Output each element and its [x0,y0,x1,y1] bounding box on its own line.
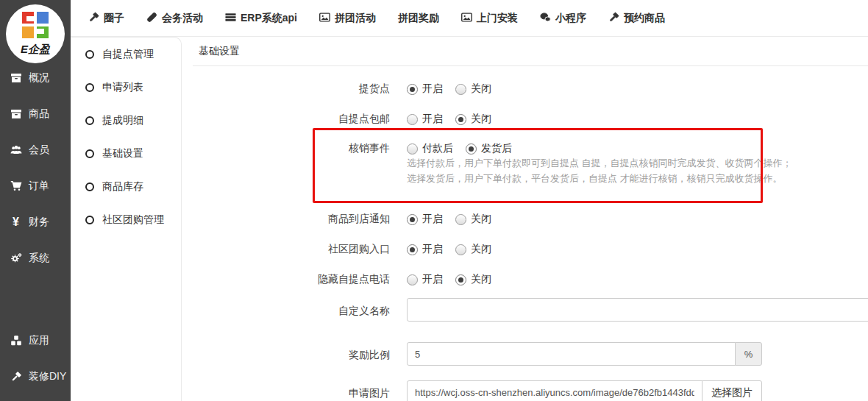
submenu-item-basic-settings[interactable]: 基础设置 [71,137,181,170]
field-label: 核销事件 [182,142,390,155]
radio-label[interactable]: 开启 [422,243,443,256]
radio-icon[interactable] [455,244,466,255]
nav-item-conference[interactable]: 会务活动 [146,12,203,25]
sidebar-item-overview[interactable]: 概况 [0,60,71,96]
circle-icon [85,83,94,92]
radio-label[interactable]: 发货后 [481,142,512,155]
users-icon [7,144,24,156]
nav-item-label: 预约商品 [624,12,665,25]
radio-label[interactable]: 关闭 [471,113,491,126]
radio-icon[interactable] [407,274,418,285]
radio-option-after-payment[interactable]: 付款后 [407,142,453,155]
radio-label[interactable]: 付款后 [422,142,453,155]
form-row-reward-ratio: 奖励比例 % [182,342,762,366]
submenu-item-label: 社区团购管理 [102,213,164,227]
reward-ratio-input[interactable] [407,342,736,366]
submenu-item-community-group-manage[interactable]: 社区团购管理 [71,203,181,236]
radio-label[interactable]: 关闭 [471,82,491,96]
percent-addon: % [735,342,762,366]
gavel-icon [88,12,99,25]
form-row-community-entry: 社区团购入口 开启 关闭 [182,242,491,257]
sidebar-item-finance[interactable]: ¥ 财务 [0,204,71,240]
primary-sidebar: E企盈 概况 商品 会员 订单 ¥ 财务 [0,0,71,401]
radio-option-on[interactable]: 开启 [407,82,443,96]
nav-item-booking-product[interactable]: 预约商品 [608,12,665,25]
radio-option-off[interactable]: 关闭 [455,273,491,286]
image-icon [461,12,472,25]
sidebar-item-system[interactable]: 系统 [0,240,71,276]
list-icon [225,12,236,25]
radio-icon[interactable] [407,114,418,125]
radio-icon[interactable] [407,143,418,155]
radio-label[interactable]: 开启 [422,213,443,226]
radio-option-on[interactable]: 开启 [407,273,443,286]
radio-option-off[interactable]: 关闭 [455,213,491,226]
radio-label[interactable]: 开启 [422,273,443,286]
radio-icon[interactable] [407,214,418,225]
sidebar-item-label: 财务 [29,216,49,229]
radio-option-off[interactable]: 关闭 [455,82,491,96]
radio-label[interactable]: 开启 [422,82,443,96]
sidebar-item-decorate-diy[interactable]: 装修DIY [0,358,71,394]
nav-item-group-reward[interactable]: 拼团奖励 [398,12,439,25]
nav-item-mini-program[interactable]: 小程序 [540,12,586,25]
radio-option-off[interactable]: 关闭 [455,243,491,256]
radio-icon[interactable] [466,143,477,155]
radio-option-on[interactable]: 开启 [407,113,443,126]
sidebar-item-label: 订单 [29,180,49,193]
link-icon [146,12,157,25]
nav-item-label: 会务活动 [162,12,203,25]
radio-option-on[interactable]: 开启 [407,213,443,226]
radio-icon[interactable] [455,214,466,225]
field-label: 隐藏自提点电话 [182,273,390,286]
radio-label[interactable]: 关闭 [471,213,491,226]
radio-icon[interactable] [455,274,466,285]
radio-option-on[interactable]: 开启 [407,243,443,256]
cogs-icon [7,252,24,264]
radio-icon[interactable] [407,244,418,255]
form-row-pickup-point: 提货点 开启 关闭 [182,82,491,96]
app-logo: E企盈 [6,4,65,63]
sidebar-item-members[interactable]: 会员 [0,132,71,168]
apply-image-url-input[interactable] [407,380,702,401]
sidebar-item-products[interactable]: 商品 [0,96,71,132]
radio-icon[interactable] [455,84,466,95]
yen-icon: ¥ [7,216,24,229]
radio-option-off[interactable]: 关闭 [455,113,491,126]
help-line-1: 选择付款后，用户下单付款即可到自提点 自提，自提点核销同时完成发货、收货两个操作… [407,155,792,171]
submenu-item-apply-list[interactable]: 申请列表 [71,71,181,104]
brand-name: E企盈 [6,43,65,57]
nav-item-home-install[interactable]: 上门安装 [461,12,518,25]
nav-item-group-activity[interactable]: 拼团活动 [319,12,376,25]
gavel-icon [608,12,619,25]
sidebar-item-apps[interactable]: 应用 [0,322,71,358]
cart-icon [7,180,24,192]
submenu-item-commission-detail[interactable]: 提成明细 [71,104,181,137]
radio-option-after-shipment[interactable]: 发货后 [466,142,512,155]
nav-item-label: ERP系统api [241,12,297,25]
field-label: 提货点 [182,82,390,96]
radio-label[interactable]: 关闭 [471,243,491,256]
choose-image-button[interactable]: 选择图片 [702,380,762,401]
submenu-item-label: 商品库存 [102,180,143,194]
radio-label[interactable]: 开启 [422,113,443,126]
chat-bubbles-icon [540,12,551,25]
radio-label[interactable]: 关闭 [471,273,491,286]
custom-name-input[interactable] [407,298,868,322]
form-row-arrival-notice: 商品到店通知 开启 关闭 [182,212,491,227]
submenu-item-product-stock[interactable]: 商品库存 [71,170,181,203]
field-label: 商品到店通知 [182,213,390,226]
field-label: 申请图片 [182,380,390,400]
field-label: 自定义名称 [182,298,390,318]
nav-item-label: 小程序 [555,12,586,25]
secondary-sidebar: 自提点管理 申请列表 提成明细 基础设置 商品库存 社区团购管理 [71,37,182,401]
submenu-item-pickup-point-manage[interactable]: 自提点管理 [71,38,181,71]
field-label: 社区团购入口 [182,243,390,256]
nav-item-circle[interactable]: 圈子 [88,12,124,25]
radio-icon[interactable] [455,114,466,125]
nav-item-label: 圈子 [104,12,124,25]
radio-icon[interactable] [407,84,418,95]
main-content: 基础设置 提货点 开启 关闭 自提点包邮 开启 关闭 [182,37,868,401]
nav-item-erp-api[interactable]: ERP系统api [225,12,297,25]
sidebar-item-orders[interactable]: 订单 [0,168,71,204]
